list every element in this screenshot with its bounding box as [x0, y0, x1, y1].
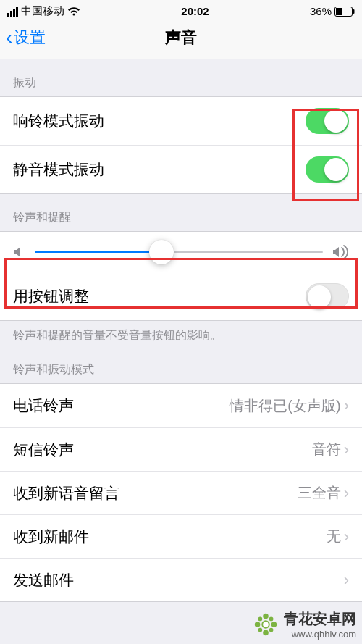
- silent-vibrate-toggle[interactable]: [306, 156, 349, 183]
- voicemail-value: 三全音: [298, 483, 341, 503]
- volume-high-icon: [332, 245, 349, 259]
- silent-vibrate-row: 静音模式振动: [0, 145, 362, 193]
- button-adjust-row: 用按钮调整: [0, 272, 362, 320]
- send-mail-row[interactable]: 发送邮件 ›: [0, 558, 362, 601]
- svg-rect-1: [336, 8, 342, 15]
- section-header-vibrate: 振动: [0, 59, 362, 96]
- volume-low-icon: [13, 246, 26, 259]
- svg-point-10: [258, 617, 263, 622]
- volume-slider[interactable]: [35, 251, 323, 253]
- signal-icon: [7, 7, 18, 17]
- ring-vibrate-row: 响铃模式振动: [0, 97, 362, 145]
- svg-point-8: [269, 628, 274, 632]
- clock: 20:02: [181, 5, 209, 17]
- phone-ringtone-row[interactable]: 电话铃声 情非得已(女声版)›: [0, 384, 362, 427]
- ring-vibrate-label: 响铃模式振动: [13, 111, 104, 131]
- status-bar: 中国移动 20:02 36%: [0, 0, 362, 20]
- voicemail-row[interactable]: 收到新语音留言 三全音›: [0, 471, 362, 514]
- svg-rect-2: [353, 9, 355, 14]
- wifi-icon: [67, 7, 80, 17]
- chevron-left-icon: ‹: [6, 28, 12, 48]
- button-adjust-label: 用按钮调整: [13, 286, 89, 306]
- status-right: 36%: [310, 5, 355, 17]
- send-mail-label: 发送邮件: [13, 570, 74, 590]
- phone-ringtone-label: 电话铃声: [13, 396, 74, 416]
- svg-point-5: [263, 630, 269, 636]
- voicemail-label: 收到新语音留言: [13, 483, 119, 503]
- section-header-patterns: 铃声和振动模式: [0, 346, 362, 383]
- watermark-url: www.qhhlv.com: [284, 629, 356, 640]
- chevron-right-icon: ›: [344, 527, 349, 546]
- new-mail-row[interactable]: 收到新邮件 无›: [0, 514, 362, 558]
- watermark-brand: 青花安卓网: [284, 609, 356, 629]
- chevron-right-icon: ›: [344, 440, 349, 459]
- chevron-right-icon: ›: [344, 484, 349, 503]
- new-mail-label: 收到新邮件: [13, 527, 89, 547]
- phone-ringtone-value: 情非得已(女声版): [230, 396, 340, 416]
- battery-icon: [334, 7, 355, 17]
- watermark-logo-icon: [252, 611, 279, 638]
- back-button[interactable]: ‹ 设置: [6, 27, 46, 49]
- svg-point-7: [269, 617, 274, 622]
- sms-ringtone-row[interactable]: 短信铃声 音符›: [0, 427, 362, 471]
- chevron-right-icon: ›: [344, 571, 349, 590]
- nav-bar: ‹ 设置 声音: [0, 20, 362, 59]
- back-label: 设置: [14, 27, 46, 49]
- chevron-right-icon: ›: [344, 396, 349, 415]
- carrier-label: 中国移动: [21, 4, 64, 18]
- watermark: 青花安卓网 www.qhhlv.com: [252, 609, 356, 640]
- vibration-group: 响铃模式振动 静音模式振动: [0, 96, 362, 194]
- battery-pct: 36%: [310, 5, 332, 17]
- new-mail-value: 无: [327, 527, 341, 546]
- svg-point-3: [263, 614, 269, 619]
- volume-slider-row: [0, 232, 362, 272]
- section-header-ringtone: 铃声和提醒: [0, 194, 362, 231]
- svg-point-4: [272, 622, 277, 627]
- sms-ringtone-value: 音符: [312, 440, 341, 459]
- svg-point-11: [262, 621, 269, 628]
- footer-note: 铃声和提醒的音量不受音量按钮的影响。: [0, 321, 362, 346]
- ringtone-group: 用按钮调整: [0, 231, 362, 321]
- ring-vibrate-toggle[interactable]: [306, 108, 349, 134]
- sms-ringtone-label: 短信铃声: [13, 440, 74, 460]
- page-title: 声音: [165, 27, 197, 49]
- status-left: 中国移动: [7, 4, 80, 18]
- svg-point-9: [258, 628, 263, 632]
- silent-vibrate-label: 静音模式振动: [13, 159, 104, 180]
- button-adjust-toggle[interactable]: [306, 283, 349, 309]
- svg-point-6: [255, 622, 261, 627]
- patterns-group: 电话铃声 情非得已(女声版)› 短信铃声 音符› 收到新语音留言 三全音› 收到…: [0, 383, 362, 602]
